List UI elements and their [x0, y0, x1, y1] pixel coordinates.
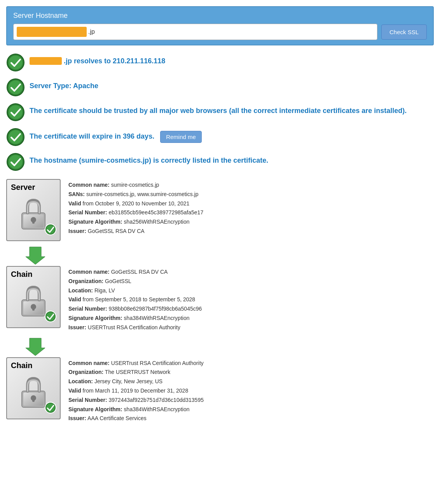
- detail-row: Location: Jersey City, New Jersey, US: [68, 377, 204, 386]
- detail-row: Common name: USERTrust RSA Certification…: [68, 359, 204, 368]
- check-badge-server: [44, 223, 57, 237]
- input-row: .jp Check SSL: [13, 24, 427, 40]
- detail-row: Organization: GoGetSSL: [68, 277, 202, 286]
- cert-icon-server: Server: [6, 179, 61, 241]
- detail-row: Issuer: USERTrust RSA Certification Auth…: [68, 323, 202, 332]
- check-badge-chain-2: [44, 401, 57, 415]
- status-item-server-type: Server Type: Apache: [6, 78, 434, 97]
- status-item-resolve: redacted .jp resolves to 210.211.116.118: [6, 53, 434, 72]
- arrow-down-1: [6, 245, 434, 264]
- status-text-hostname: The hostname (sumire-cosmetics.jp) is co…: [30, 153, 434, 165]
- status-text-expire: The certificate will expire in 396 days.…: [30, 128, 434, 143]
- checkmark-icon-4: [6, 128, 25, 146]
- hostname-redacted: [17, 27, 87, 37]
- cert-type-label-chain-1: Chain: [11, 270, 33, 279]
- hostname-input-wrapper: .jp: [13, 24, 377, 40]
- cert-type-label-server: Server: [11, 183, 35, 192]
- cert-icon-chain-1: Chain: [6, 266, 61, 328]
- detail-row: Serial Number: eb31855cb59ee45c389772985…: [68, 208, 203, 217]
- remind-me-button[interactable]: Remind me: [160, 131, 202, 143]
- cert-section: Server: [6, 179, 434, 423]
- down-arrow-icon-1: [26, 245, 45, 264]
- status-text-resolve: redacted .jp resolves to 210.211.116.118: [30, 53, 434, 66]
- svg-marker-16: [26, 247, 45, 264]
- detail-row: Organization: The USERTRUST Network: [68, 368, 204, 377]
- detail-row: Valid from September 5, 2018 to Septembe…: [68, 295, 202, 304]
- detail-row: Signature Algorithm: sha384WithRSAEncryp…: [68, 314, 202, 323]
- svg-rect-20: [32, 307, 35, 311]
- checkmark-icon-2: [6, 78, 25, 97]
- header-panel: Server Hostname .jp Check SSL: [6, 6, 434, 45]
- cert-details-chain-2: Common name: USERTrust RSA Certification…: [68, 357, 204, 424]
- cert-details-server: Common name: sumire-cosmetics.jp SANs: s…: [68, 179, 203, 236]
- arrow-down-2: [6, 336, 434, 356]
- status-item-expire: The certificate will expire in 396 days.…: [6, 128, 434, 146]
- detail-row: Common name: sumire-cosmetics.jp: [68, 181, 203, 190]
- checkmark-icon: [6, 53, 25, 72]
- checkmark-icon-5: [6, 153, 25, 171]
- detail-row: Issuer: AAA Certificate Services: [68, 414, 204, 423]
- svg-rect-27: [32, 398, 35, 402]
- detail-row: Valid from October 9, 2020 to November 1…: [68, 199, 203, 209]
- check-ssl-button[interactable]: Check SSL: [381, 24, 427, 40]
- status-item-hostname: The hostname (sumire-cosmetics.jp) is co…: [6, 153, 434, 171]
- cert-card-server: Server: [6, 179, 434, 241]
- status-text-trust: The certificate should be trusted by all…: [30, 103, 434, 116]
- status-list: redacted .jp resolves to 210.211.116.118…: [6, 53, 434, 171]
- cert-type-label-chain-2: Chain: [11, 361, 33, 370]
- svg-rect-13: [32, 220, 35, 224]
- detail-row: Serial Number: 3972443af922b751d7d36c10d…: [68, 396, 204, 405]
- hostname-suffix: .jp: [88, 28, 95, 35]
- checkmark-icon-3: [6, 103, 25, 122]
- down-arrow-icon-2: [26, 336, 45, 356]
- svg-marker-23: [26, 338, 45, 356]
- detail-row: Common name: GoGetSSL RSA DV CA: [68, 268, 202, 277]
- status-item-trust: The certificate should be trusted by all…: [6, 103, 434, 122]
- check-badge-chain-1: [44, 310, 57, 324]
- status-text-server-type: Server Type: Apache: [30, 78, 434, 91]
- detail-row: Signature Algorithm: sha256WithRSAEncryp…: [68, 217, 203, 227]
- cert-icon-chain-2: Chain: [6, 357, 61, 419]
- detail-row: Serial Number: 938bb08e62987b4f75f98cb6a…: [68, 304, 202, 314]
- resolve-suffix: .jp resolves to 210.211.116.118: [64, 57, 165, 65]
- cert-card-chain-1: Chain: [6, 266, 434, 332]
- detail-row: Valid from March 11, 2019 to December 31…: [68, 386, 204, 396]
- detail-row: Location: Riga, LV: [68, 286, 202, 295]
- hostname-input-display[interactable]: .jp: [13, 24, 377, 40]
- detail-row: SANs: sumire-cosmetics.jp, www.sumire-co…: [68, 190, 203, 199]
- cert-card-chain-2: Chain: [6, 357, 434, 424]
- panel-title: Server Hostname: [13, 12, 427, 20]
- detail-row: Issuer: GoGetSSL RSA DV CA: [68, 227, 203, 236]
- cert-details-chain-1: Common name: GoGetSSL RSA DV CA Organiza…: [68, 266, 202, 332]
- detail-row: Signature Algorithm: sha384WithRSAEncryp…: [68, 405, 204, 414]
- resolve-redacted: redacted: [30, 57, 62, 65]
